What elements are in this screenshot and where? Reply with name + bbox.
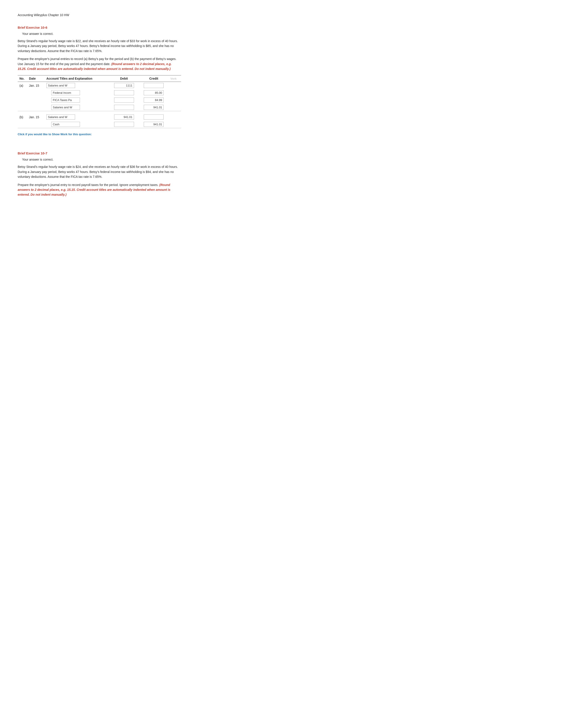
debit-input-3[interactable] — [114, 98, 134, 103]
account-input-4[interactable] — [51, 105, 80, 110]
row-credit — [139, 104, 169, 111]
account-input-5[interactable] — [46, 114, 75, 120]
row-work — [169, 89, 181, 96]
table-row — [18, 121, 181, 128]
row-no — [18, 104, 27, 111]
exercise-10-7-instructions: Prepare the employer's journal entry to … — [18, 182, 181, 197]
row-work — [169, 82, 181, 89]
credit-input-3[interactable] — [144, 98, 164, 103]
exercise-10-6-section: Brief Exercise 10-6 Your answer is corre… — [18, 26, 181, 145]
row-date: Jan. 15 — [27, 113, 45, 121]
instructions-plain-2: Prepare the employer's journal entry to … — [18, 183, 158, 187]
table-row — [18, 96, 181, 104]
table-row — [18, 104, 181, 111]
row-date — [27, 89, 45, 96]
row-debit — [109, 113, 139, 121]
th-work: Vork — [169, 75, 181, 82]
th-account: Account Titles and Explanation — [45, 75, 109, 82]
credit-input-4[interactable] — [144, 105, 164, 110]
th-date: Date — [27, 75, 45, 82]
debit-input-1[interactable] — [114, 83, 134, 88]
journal-table-1: No. Date Account Titles and Explanation … — [18, 75, 181, 128]
row-credit — [139, 96, 169, 104]
exercise-10-6-title: Brief Exercise 10-6 — [18, 26, 181, 29]
th-credit: Credit — [139, 75, 169, 82]
debit-input-4[interactable] — [114, 105, 134, 110]
correct-message-2: Your answer is correct. — [22, 158, 181, 161]
row-account — [45, 104, 109, 111]
row-work — [169, 121, 181, 128]
row-date — [27, 121, 45, 128]
row-debit — [109, 82, 139, 89]
exercise-10-6-description1: Betsy Strand's regular hourly wage rate … — [18, 39, 181, 53]
row-work — [169, 104, 181, 111]
row-work — [169, 113, 181, 121]
row-account — [45, 96, 109, 104]
credit-input-5[interactable] — [144, 114, 164, 120]
account-input-3[interactable] — [51, 98, 80, 103]
row-credit — [139, 121, 169, 128]
th-no: No. — [18, 75, 27, 82]
table-row: (b) Jan. 15 — [18, 113, 181, 121]
show-work-link-1[interactable]: Click if you would like to Show Work for… — [18, 133, 92, 136]
exercise-10-7-title: Brief Exercise 10-7 — [18, 151, 181, 155]
row-no: (a) — [18, 82, 27, 89]
row-account — [45, 89, 109, 96]
row-date — [27, 96, 45, 104]
row-account — [45, 113, 109, 121]
row-debit — [109, 104, 139, 111]
page-title: Accounting Wileyplus Chapter 10 HW — [18, 13, 181, 17]
account-input-2[interactable] — [51, 90, 80, 95]
correct-message-1: Your answer is correct. — [22, 32, 181, 36]
exercise-10-7-description1: Betsy Strand's regular hourly wage rate … — [18, 164, 181, 179]
row-no: (b) — [18, 113, 27, 121]
th-debit: Debit — [109, 75, 139, 82]
row-debit — [109, 89, 139, 96]
row-no — [18, 96, 27, 104]
account-input-6[interactable] — [51, 122, 80, 127]
row-work — [169, 96, 181, 104]
exercise-10-7-section: Brief Exercise 10-7 Your answer is corre… — [18, 151, 181, 197]
exercise-10-6-instructions: Prepare the employer's journal entries t… — [18, 56, 181, 71]
debit-input-2[interactable] — [114, 90, 134, 95]
row-no — [18, 121, 27, 128]
credit-input-2[interactable] — [144, 90, 164, 95]
row-date: Jan. 15 — [27, 82, 45, 89]
table-row — [18, 89, 181, 96]
row-credit — [139, 82, 169, 89]
debit-input-5[interactable] — [114, 114, 134, 120]
spacer-row — [18, 111, 181, 114]
row-date — [27, 104, 45, 111]
row-debit — [109, 96, 139, 104]
row-debit — [109, 121, 139, 128]
row-no — [18, 89, 27, 96]
credit-input-6[interactable] — [144, 122, 164, 127]
account-input-1[interactable] — [46, 83, 75, 88]
row-account — [45, 82, 109, 89]
credit-input-1[interactable] — [144, 83, 164, 88]
row-account — [45, 121, 109, 128]
row-credit — [139, 113, 169, 121]
table-row: (a) Jan. 15 — [18, 82, 181, 89]
debit-input-6[interactable] — [114, 122, 134, 127]
row-credit — [139, 89, 169, 96]
